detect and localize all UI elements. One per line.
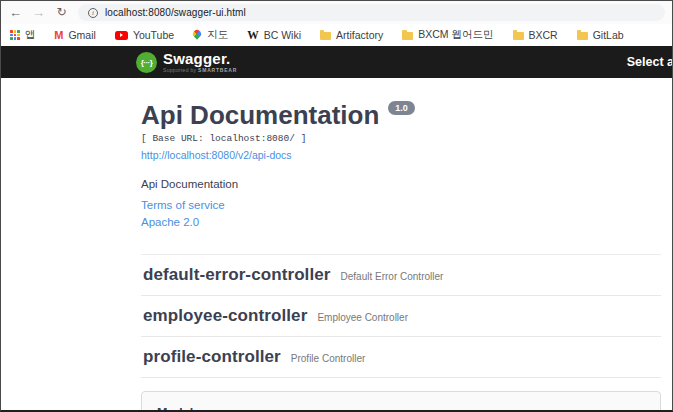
bookmark-youtube[interactable]: YouTube <box>115 29 174 41</box>
folder-icon <box>513 32 524 40</box>
section-name: profile-controller <box>143 347 281 367</box>
bookmark-label: BC Wiki <box>264 29 301 41</box>
bookmark-bxcm-webadmin[interactable]: BXCM 웹어드민 <box>402 28 493 42</box>
section-description: Profile Controller <box>291 353 365 364</box>
swagger-content: Api Documentation 1.0 [ Base URL: localh… <box>1 78 672 412</box>
bookmark-label: BXCM 웹어드민 <box>418 28 493 42</box>
browser-toolbar: ← → ↻ i localhost:8080/swagger-ui.html <box>1 1 672 24</box>
browser-window: ← → ↻ i localhost:8080/swagger-ui.html 앱… <box>0 0 673 412</box>
forward-icon[interactable]: → <box>28 1 49 24</box>
swagger-logo-text: Swagger. <box>163 51 237 66</box>
gmail-icon: M <box>54 29 63 41</box>
api-description: Api Documentation <box>141 178 661 190</box>
section-employee-controller[interactable]: employee-controller Employee Controller <box>141 296 661 337</box>
smartbear-byline: Supported by SMARTBEAR <box>163 68 237 73</box>
bookmark-label: GitLab <box>593 29 624 41</box>
bookmark-bc-wiki[interactable]: W BC Wiki <box>247 29 301 41</box>
bookmark-apps[interactable]: 앱 <box>10 28 35 42</box>
swagger-topbar: {···} Swagger. Supported by SMARTBEAR Se… <box>1 46 672 78</box>
page-title: Api Documentation <box>141 100 379 130</box>
bookmark-label: 지도 <box>207 28 228 42</box>
bookmark-bxcr[interactable]: BXCR <box>513 29 558 41</box>
bookmarks-bar: 앱 M Gmail YouTube 지도 W BC Wiki Artifacto… <box>1 24 672 46</box>
controller-sections: default-error-controller Default Error C… <box>141 254 661 378</box>
apps-grid-icon <box>10 30 20 40</box>
bookmark-gitlab[interactable]: GitLab <box>577 29 624 41</box>
bookmark-label: YouTube <box>133 29 174 41</box>
spec-select-label: Select a <box>627 55 672 69</box>
wikipedia-w-icon: W <box>247 29 259 41</box>
address-bar[interactable]: i localhost:8080/swagger-ui.html <box>78 4 665 21</box>
bookmark-label: 앱 <box>25 28 36 42</box>
base-url: [ Base URL: localhost:8080/ ] <box>141 133 661 144</box>
folder-icon <box>402 32 413 40</box>
section-name: default-error-controller <box>143 265 331 285</box>
bookmark-label: Gmail <box>68 29 95 41</box>
version-badge: 1.0 <box>388 101 415 115</box>
swagger-logo-icon: {···} <box>136 52 157 73</box>
license-link[interactable]: Apache 2.0 <box>141 216 661 228</box>
swagger-logo[interactable]: {···} Swagger. Supported by SMARTBEAR <box>136 51 237 73</box>
bookmark-gmail[interactable]: M Gmail <box>54 29 96 41</box>
bookmark-artifactory[interactable]: Artifactory <box>320 29 383 41</box>
youtube-icon <box>115 31 128 40</box>
models-section[interactable]: Models <box>141 391 661 412</box>
section-name: employee-controller <box>143 306 307 326</box>
back-icon[interactable]: ← <box>5 1 26 24</box>
api-docs-link[interactable]: http://localhost:8080/v2/api-docs <box>141 149 292 161</box>
address-url[interactable]: localhost:8080/swagger-ui.html <box>105 7 246 18</box>
bookmark-label: Artifactory <box>336 29 383 41</box>
section-profile-controller[interactable]: profile-controller Profile Controller <box>141 337 661 378</box>
bookmark-maps[interactable]: 지도 <box>193 28 228 42</box>
section-description: Employee Controller <box>317 312 408 323</box>
smartbear-brand: SMARTBEAR <box>198 67 237 73</box>
reload-icon[interactable]: ↻ <box>51 1 72 24</box>
section-default-error-controller[interactable]: default-error-controller Default Error C… <box>141 255 661 296</box>
page-info-icon[interactable]: i <box>88 8 98 18</box>
folder-icon <box>320 32 331 40</box>
models-title: Models <box>157 406 200 412</box>
folder-icon <box>577 32 588 40</box>
terms-of-service-link[interactable]: Terms of service <box>141 199 661 211</box>
section-description: Default Error Controller <box>341 271 444 282</box>
bookmark-label: BXCR <box>529 29 558 41</box>
google-maps-icon <box>191 28 202 39</box>
